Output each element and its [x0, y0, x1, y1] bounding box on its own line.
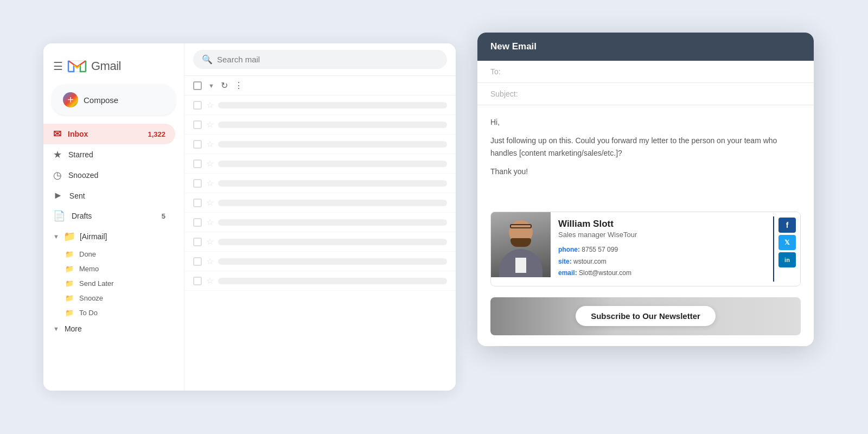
drafts-label: Drafts: [72, 212, 92, 220]
star-icon[interactable]: ☆: [206, 256, 214, 266]
star-icon[interactable]: ☆: [206, 158, 214, 169]
drafts-icon: 📄: [53, 210, 65, 222]
phone-label: phone:: [558, 246, 580, 253]
email-checkbox[interactable]: [193, 277, 202, 285]
hamburger-icon[interactable]: ☰: [53, 60, 63, 73]
email-checkbox[interactable]: [193, 218, 202, 227]
sidebar-item-todo[interactable]: 📁 To Do: [43, 305, 184, 320]
table-row[interactable]: ☆: [184, 174, 456, 193]
signature-details: phone: 8755 57 099 site: wstour.com emai…: [558, 244, 765, 279]
gmail-logo-row: ☰ Gmail: [43, 52, 184, 85]
sidebar-item-inbox[interactable]: ✉ Inbox 1,322: [43, 124, 175, 144]
sidebar-item-memo[interactable]: 📁 Memo: [43, 261, 184, 276]
subject-label: Subject:: [490, 90, 528, 98]
sidebar-item-more[interactable]: ▼ More: [43, 320, 184, 337]
linkedin-icon: in: [784, 257, 790, 263]
expand-icon: ▼: [53, 326, 59, 332]
sidebar-item-send-later[interactable]: 📁 Send Later: [43, 276, 184, 291]
starred-label: Starred: [68, 150, 93, 159]
list-toolbar: ▼ ↻ ⋮: [184, 76, 456, 95]
table-row[interactable]: ☆: [184, 232, 456, 252]
email-preview-bar: [218, 102, 447, 108]
email-checkbox[interactable]: [193, 257, 202, 266]
body-paragraph: Just following up on this. Could you for…: [490, 135, 801, 159]
email-checkbox[interactable]: [193, 199, 202, 207]
sent-icon: ►: [53, 190, 63, 201]
facebook-icon: f: [786, 221, 789, 229]
more-label: More: [65, 324, 82, 333]
done-folder-icon: 📁: [65, 250, 74, 258]
compose-button[interactable]: + Compose: [52, 85, 175, 115]
compose-body[interactable]: Hi, Just following up on this. Could you…: [477, 105, 814, 203]
signature-avatar: [491, 212, 551, 277]
gmail-sidebar: ☰ Gmail + Compose: [43, 43, 184, 391]
linkedin-button[interactable]: in: [778, 252, 796, 267]
site-row: site: wstour.com: [558, 256, 765, 268]
more-options-button[interactable]: ⋮: [234, 80, 243, 91]
todo-folder-icon: 📁: [65, 309, 74, 317]
sidebar-nav: ✉ Inbox 1,322 ★ Starred ◷ Snoozed ► Sent…: [43, 124, 184, 337]
sidebar-item-snooze[interactable]: 📁 Snooze: [43, 291, 184, 305]
star-icon[interactable]: ☆: [206, 276, 214, 286]
search-bar[interactable]: 🔍: [193, 50, 447, 69]
email-preview-bar: [218, 239, 447, 245]
gmail-main: 🔍 ▼ ↻ ⋮ ☆ ☆ ☆: [184, 43, 456, 391]
newsletter-banner: Subscribe to Our Newsletter: [490, 297, 801, 335]
compose-button-label: Compose: [84, 95, 118, 105]
sidebar-item-drafts[interactable]: 📄 Drafts 5: [43, 206, 175, 226]
to-input[interactable]: [528, 67, 801, 76]
facebook-button[interactable]: f: [778, 218, 796, 233]
email-checkbox[interactable]: [193, 238, 202, 246]
select-dropdown-icon[interactable]: ▼: [208, 82, 214, 89]
star-icon[interactable]: ☆: [206, 217, 214, 227]
star-icon[interactable]: ☆: [206, 197, 214, 208]
table-row[interactable]: ☆: [184, 135, 456, 154]
select-all-checkbox[interactable]: [193, 81, 202, 90]
star-icon[interactable]: ☆: [206, 119, 214, 130]
table-row[interactable]: ☆: [184, 115, 456, 135]
email-preview-bar: [218, 258, 447, 265]
table-row[interactable]: ☆: [184, 95, 456, 115]
table-row[interactable]: ☆: [184, 154, 456, 174]
airmail-folder-icon: 📁: [63, 231, 75, 242]
star-icon[interactable]: ☆: [206, 237, 214, 247]
gmail-toolbar: 🔍: [184, 43, 456, 76]
email-checkbox[interactable]: [193, 120, 202, 129]
search-input[interactable]: [217, 55, 438, 64]
star-icon[interactable]: ☆: [206, 139, 214, 149]
greeting-text: Hi,: [490, 116, 801, 128]
compose-window: New Email To: Subject: Hi, Just followin…: [477, 33, 814, 346]
email-checkbox[interactable]: [193, 179, 202, 188]
sidebar-item-done[interactable]: 📁 Done: [43, 247, 184, 261]
twitter-icon: 𝕏: [784, 239, 790, 246]
inbox-label: Inbox: [68, 130, 88, 138]
signature-info: William Slott Sales manager WiseTour pho…: [551, 212, 773, 286]
refresh-button[interactable]: ↻: [221, 80, 228, 91]
sidebar-item-sent[interactable]: ► Sent: [43, 186, 175, 206]
memo-folder-icon: 📁: [65, 265, 74, 273]
email-sig-label: email:: [558, 269, 577, 277]
subject-input[interactable]: [528, 90, 801, 98]
star-icon[interactable]: ☆: [206, 100, 214, 110]
star-icon[interactable]: ☆: [206, 178, 214, 188]
snoozed-label: Snoozed: [68, 171, 98, 180]
newsletter-subscribe-button[interactable]: Subscribe to Our Newsletter: [576, 306, 716, 326]
table-row[interactable]: ☆: [184, 193, 456, 213]
done-label: Done: [79, 250, 96, 258]
email-checkbox[interactable]: [193, 101, 202, 110]
email-checkbox[interactable]: [193, 140, 202, 149]
site-label: site:: [558, 258, 572, 265]
sidebar-item-airmail[interactable]: ▼ 📁 [Airmail]: [43, 226, 184, 247]
table-row[interactable]: ☆: [184, 252, 456, 271]
table-row[interactable]: ☆: [184, 271, 456, 291]
email-preview-bar: [218, 219, 447, 226]
sidebar-item-starred[interactable]: ★ Starred: [43, 144, 175, 165]
send-later-folder-icon: 📁: [65, 279, 74, 288]
drafts-count: 5: [162, 212, 165, 220]
twitter-button[interactable]: 𝕏: [778, 235, 796, 250]
sidebar-item-snoozed[interactable]: ◷ Snoozed: [43, 165, 175, 186]
gmail-title-text: Gmail: [91, 59, 121, 73]
compose-plus-icon: +: [63, 92, 78, 107]
email-checkbox[interactable]: [193, 159, 202, 168]
table-row[interactable]: ☆: [184, 213, 456, 232]
